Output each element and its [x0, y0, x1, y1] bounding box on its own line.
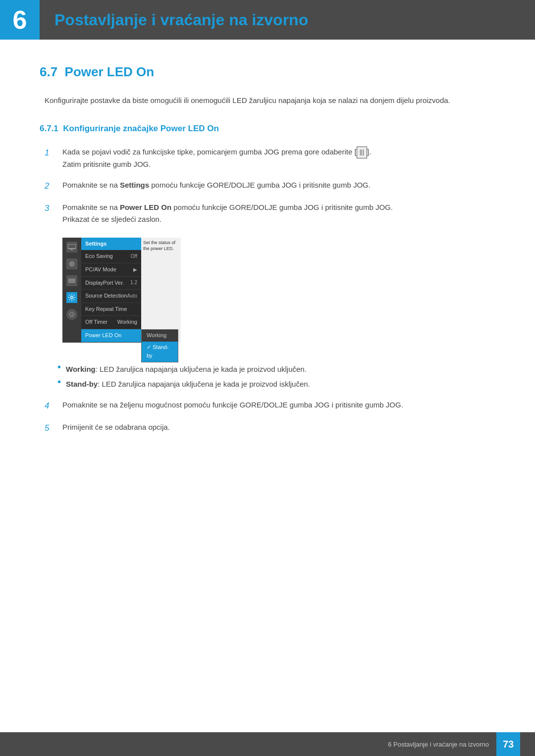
step-num-3: 3 [45, 202, 58, 215]
chapter-title: Postavljanje i vraćanje na izvorno [54, 11, 308, 29]
menu-item-displayport: DisplayPort Ver. 1.2 [81, 277, 141, 290]
bullet-list: • Working: LED žaruljica napajanja uklju… [57, 364, 495, 390]
intro-paragraph: Konfigurirajte postavke da biste omogući… [45, 95, 495, 106]
page-footer: 6 Postavljanje i vraćanje na izvorno 73 [0, 732, 535, 756]
step-4: 4 Pomaknite se na željenu mogućnost pomo… [45, 399, 495, 412]
step-text-2: Pomaknite se na Settings pomoću funkcije… [62, 179, 495, 191]
screen-sidebar: i [62, 238, 81, 343]
menu-item-eco-saving: Eco Saving Off [81, 250, 141, 263]
bullet-dot-1: • [57, 362, 61, 372]
svg-text:i: i [72, 313, 73, 316]
menu-item-off-timer: Off Timer Working [81, 316, 141, 329]
page-header: 6 Postavljanje i vraćanje na izvorno [0, 0, 535, 40]
screen-menu-header: Settings [81, 238, 141, 251]
step-3: 3 Pomaknite se na Power LED On pomoću fu… [45, 202, 495, 355]
menu-item-pcav-mode: PC/AV Mode ▶ [81, 263, 141, 277]
monitor-icon [66, 242, 77, 252]
menu-item-power-led: Power LED On Working ✓ Stand-by [81, 329, 141, 343]
step-text-5: Primijenit će se odabrana opcija. [62, 421, 495, 433]
section-title: 6.7 Power LED On [40, 64, 495, 80]
menu-item-key-repeat: Key Repeat Time [81, 303, 141, 316]
list-icon [66, 275, 77, 286]
steps-list: 1 Kada se pojavi vodič za funkcijske tip… [45, 146, 495, 355]
footer-page-number: 73 [496, 732, 520, 756]
step-num-2: 2 [45, 179, 58, 193]
submenu-standby[interactable]: ✓ Stand-by [142, 342, 178, 362]
step-text-1: Kada se pojavi vodič za funkcijske tipke… [62, 146, 495, 170]
submenu-working[interactable]: Working [142, 330, 178, 342]
step-num-1: 1 [45, 146, 58, 159]
bullet-text-standby: Stand-by: LED žaruljica napajanja uključ… [66, 379, 310, 390]
svg-point-4 [71, 263, 73, 264]
bullet-working: • Working: LED žaruljica napajanja uklju… [57, 364, 495, 375]
svg-rect-0 [68, 244, 76, 249]
step-5: 5 Primijenit će se odabrana opcija. [45, 421, 495, 435]
step-num-5: 5 [45, 421, 58, 435]
subsection-title: 6.7.1 Konfiguriranje značajke Power LED … [40, 124, 495, 134]
screen-wrapper: i Settings Eco Saving Off PC/AV Mode ▶ [62, 238, 181, 343]
chapter-number: 6 [0, 0, 40, 40]
footer-text: 6 Postavljanje i vraćanje na izvorno [388, 741, 489, 748]
menu-item-source-detection: Source Detection Auto [81, 290, 141, 303]
screen-container: i Settings Eco Saving Off PC/AV Mode ▶ [62, 238, 181, 343]
step-2: 2 Pomaknite se na Settings pomoću funkci… [45, 179, 495, 193]
main-content: 6.7 Power LED On Konfigurirajte postavke… [0, 40, 535, 493]
screen-menu: Settings Eco Saving Off PC/AV Mode ▶ Dis… [81, 238, 141, 343]
svg-point-8 [71, 296, 73, 299]
settings-icon-1 [66, 258, 77, 269]
step-text-3: Pomaknite se na Power LED On pomoću funk… [62, 202, 393, 225]
bullet-standby: • Stand-by: LED žaruljica napajanja uklj… [57, 379, 495, 390]
steps-list-continued: 4 Pomaknite se na željenu mogućnost pomo… [45, 399, 495, 435]
step-1: 1 Kada se pojavi vodič za funkcijske tip… [45, 146, 495, 170]
bullet-dot-2: • [57, 377, 61, 387]
screen-tooltip: Set the status of the power LED. [141, 238, 181, 343]
bullet-text-working: Working: LED žaruljica napajanja uključe… [66, 364, 307, 375]
step-num-4: 4 [45, 399, 58, 412]
gear-icon [66, 292, 77, 303]
info-icon: i [66, 309, 77, 320]
jog-icon: ||| [357, 147, 367, 158]
step-text-4: Pomaknite se na željenu mogućnost pomoću… [62, 399, 495, 411]
